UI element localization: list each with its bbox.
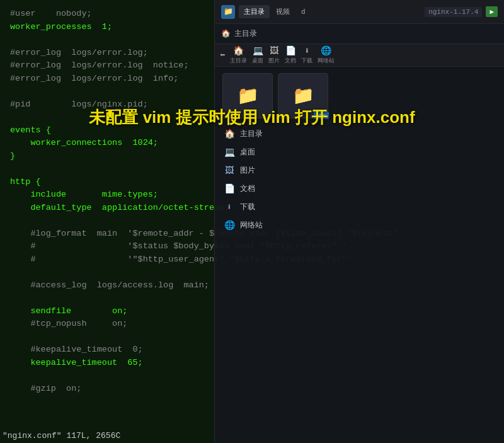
toolbar-network[interactable]: 🌐 网络站 xyxy=(318,45,335,65)
vim-statusbar: "nginx.conf" 117L, 2656C xyxy=(0,430,214,443)
downloads-icon: ⬇ xyxy=(304,45,309,56)
tab-video[interactable]: 视频 xyxy=(271,5,295,18)
toolbar-pictures[interactable]: 🖼 图片 xyxy=(268,46,280,65)
fm-topbar: 📁 主目录 视频 d nginx-1.17.4 ▶ xyxy=(215,0,504,24)
pictures-icon: 🖼 xyxy=(270,46,278,56)
list-item-documents[interactable]: 📄 文档 xyxy=(215,180,504,198)
toolbar-documents[interactable]: 📄 文档 xyxy=(285,45,296,65)
list-desktop-label: 桌面 xyxy=(240,147,255,158)
documents-icon: 📄 xyxy=(285,45,296,56)
back-icon: ⬅ xyxy=(220,50,225,60)
network-icon: 🌐 xyxy=(321,45,331,56)
nginx-version-label: nginx-1.17.4 xyxy=(425,7,482,17)
list-item-network[interactable]: 🌐 网络站 xyxy=(215,216,504,234)
overlay-title: 未配置 vim 提示时使用 vim 打开 nginx.conf xyxy=(0,107,504,129)
toolbar-back[interactable]: ⬅ xyxy=(220,50,225,60)
fm-tabs: 主目录 视频 d xyxy=(239,5,421,18)
list-item-pictures[interactable]: 🖼 图片 xyxy=(215,161,504,180)
filemanager-overlay: 📁 主目录 视频 d nginx-1.17.4 ▶ 🏠 主目录 ⬅ 🏠 主目录 … xyxy=(214,0,504,443)
toolbar-home[interactable]: 🏠 主目录 xyxy=(230,45,247,65)
list-desktop-icon: 💻 xyxy=(224,147,235,158)
current-path: 主目录 xyxy=(234,28,257,39)
list-pictures-icon: 🖼 xyxy=(224,166,235,176)
toolbar-documents-label: 文档 xyxy=(285,57,296,65)
list-home-label: 主目录 xyxy=(240,129,263,139)
fm-sidebar-list: 🏠 主目录 💻 桌面 🖼 图片 📄 文档 ⬇ 下载 🌐 网络站 xyxy=(215,122,504,443)
desktop-icon: 💻 xyxy=(253,45,263,56)
list-pictures-label: 图片 xyxy=(240,165,255,176)
tab-d[interactable]: d xyxy=(296,6,311,18)
list-downloads-label: 下载 xyxy=(240,202,255,212)
toolbar-downloads-label: 下载 xyxy=(301,57,312,65)
toolbar-desktop-label: 桌面 xyxy=(252,57,263,65)
list-network-label: 网络站 xyxy=(240,220,263,231)
folder-icon-vim: 📁 xyxy=(292,85,314,106)
list-item-downloads[interactable]: ⬇ 下载 xyxy=(215,198,504,216)
list-documents-icon: 📄 xyxy=(224,183,235,194)
home-icon: 🏠 xyxy=(233,45,244,56)
toolbar-home-label: 主目录 xyxy=(230,57,247,65)
home-path-icon: 🏠 xyxy=(221,29,231,38)
list-item-desktop[interactable]: 💻 桌面 xyxy=(215,143,504,161)
toolbar-pictures-label: 图片 xyxy=(268,57,280,65)
folder-icon-1: 📁 xyxy=(237,85,259,106)
list-network-icon: 🌐 xyxy=(224,220,235,231)
fm-topbar-right: nginx-1.17.4 ▶ xyxy=(425,6,498,17)
fm-pathbar: 🏠 主目录 xyxy=(215,24,504,44)
list-documents-label: 文档 xyxy=(240,183,255,194)
list-home-icon: 🏠 xyxy=(224,129,235,139)
fm-toolbar: ⬅ 🏠 主目录 💻 桌面 🖼 图片 📄 文档 ⬇ 下载 🌐 网络站 xyxy=(215,44,504,67)
toolbar-desktop[interactable]: 💻 桌面 xyxy=(252,45,263,65)
toolbar-downloads[interactable]: ⬇ 下载 xyxy=(301,45,312,65)
fm-app-icon: 📁 xyxy=(221,5,235,19)
tab-main[interactable]: 主目录 xyxy=(239,5,270,18)
toolbar-network-label: 网络站 xyxy=(318,57,335,65)
run-button[interactable]: ▶ xyxy=(486,6,498,17)
list-downloads-icon: ⬇ xyxy=(224,202,235,212)
